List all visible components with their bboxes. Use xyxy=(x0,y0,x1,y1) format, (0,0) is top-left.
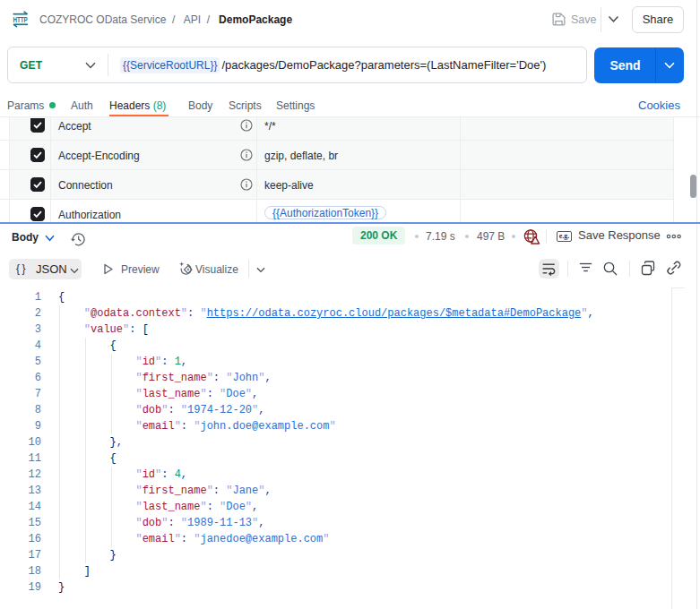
svg-text:HTTP: HTTP xyxy=(13,15,28,24)
